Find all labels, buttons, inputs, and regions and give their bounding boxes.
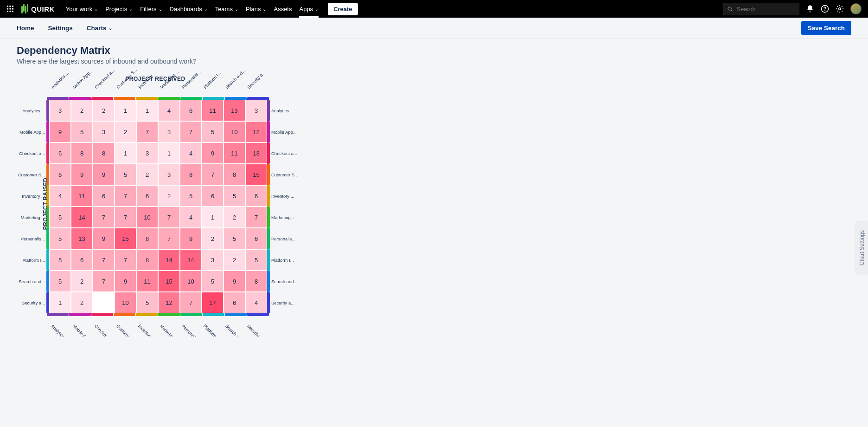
nav-item-plans[interactable]: Plans⌄: [246, 6, 267, 13]
secnav-settings[interactable]: Settings: [48, 25, 73, 32]
heatmap-cell[interactable]: 6: [49, 164, 71, 185]
heatmap-cell[interactable]: 8: [136, 249, 158, 271]
nav-item-apps[interactable]: Apps⌄: [299, 0, 319, 18]
heatmap-cell[interactable]: 1: [115, 100, 136, 121]
heatmap-cell[interactable]: 11: [223, 142, 245, 164]
heatmap-cell[interactable]: 12: [158, 292, 180, 313]
heatmap-cell[interactable]: 5: [202, 121, 223, 142]
heatmap-cell[interactable]: 14: [158, 249, 180, 271]
nav-item-assets[interactable]: Assets: [274, 6, 292, 13]
heatmap-cell[interactable]: 9: [71, 164, 93, 185]
heatmap-cell[interactable]: 5: [180, 185, 202, 207]
heatmap-cell[interactable]: 5: [223, 185, 245, 207]
heatmap-cell[interactable]: 7: [158, 207, 180, 228]
heatmap-cell[interactable]: 11: [71, 185, 93, 207]
avatar[interactable]: [850, 3, 862, 14]
heatmap-cell[interactable]: 9: [93, 228, 115, 249]
heatmap-cell[interactable]: 7: [202, 164, 223, 185]
heatmap-cell[interactable]: [93, 292, 115, 313]
heatmap-cell[interactable]: 15: [158, 271, 180, 292]
heatmap-cell[interactable]: 7: [93, 271, 115, 292]
heatmap-cell[interactable]: 15: [245, 164, 267, 185]
heatmap-cell[interactable]: 8: [136, 228, 158, 249]
gear-icon[interactable]: [836, 5, 844, 13]
heatmap-cell[interactable]: 7: [245, 207, 267, 228]
heatmap-cell[interactable]: 13: [245, 142, 267, 164]
heatmap-cell[interactable]: 10: [180, 271, 202, 292]
create-button[interactable]: Create: [328, 3, 357, 15]
heatmap-cell[interactable]: 8: [93, 142, 115, 164]
heatmap-cell[interactable]: 3: [158, 121, 180, 142]
heatmap-cell[interactable]: 2: [93, 100, 115, 121]
heatmap-cell[interactable]: 8: [71, 142, 93, 164]
heatmap-cell[interactable]: 13: [223, 100, 245, 121]
heatmap-cell[interactable]: 3: [136, 142, 158, 164]
heatmap-cell[interactable]: 8: [223, 164, 245, 185]
heatmap-cell[interactable]: 6: [180, 100, 202, 121]
heatmap-cell[interactable]: 15: [115, 228, 136, 249]
heatmap-cell[interactable]: 5: [136, 292, 158, 313]
heatmap-cell[interactable]: 2: [115, 121, 136, 142]
heatmap-cell[interactable]: 3: [202, 249, 223, 271]
heatmap-cell[interactable]: 12: [245, 121, 267, 142]
heatmap-cell[interactable]: 7: [115, 249, 136, 271]
heatmap-cell[interactable]: 11: [202, 100, 223, 121]
heatmap-cell[interactable]: 7: [93, 207, 115, 228]
heatmap-cell[interactable]: 7: [180, 292, 202, 313]
heatmap-cell[interactable]: 14: [71, 207, 93, 228]
heatmap-cell[interactable]: 1: [136, 100, 158, 121]
heatmap-cell[interactable]: 2: [223, 207, 245, 228]
heatmap-cell[interactable]: 5: [49, 228, 71, 249]
secnav-charts[interactable]: Charts ⌄: [87, 25, 112, 32]
heatmap-cell[interactable]: 17: [202, 292, 223, 313]
heatmap-cell[interactable]: 4: [180, 142, 202, 164]
heatmap-cell[interactable]: 5: [245, 249, 267, 271]
heatmap-cell[interactable]: 3: [49, 100, 71, 121]
secnav-home[interactable]: Home: [17, 25, 34, 32]
app-switcher-icon[interactable]: [6, 5, 14, 13]
heatmap-cell[interactable]: 6: [245, 185, 267, 207]
heatmap-cell[interactable]: 6: [202, 185, 223, 207]
nav-item-filters[interactable]: Filters⌄: [140, 6, 162, 13]
heatmap-cell[interactable]: 9: [223, 271, 245, 292]
heatmap-cell[interactable]: 11: [136, 271, 158, 292]
heatmap-cell[interactable]: 5: [71, 121, 93, 142]
heatmap-cell[interactable]: 7: [115, 207, 136, 228]
heatmap-cell[interactable]: 4: [245, 292, 267, 313]
heatmap-cell[interactable]: 1: [49, 292, 71, 313]
heatmap-cell[interactable]: 5: [223, 228, 245, 249]
heatmap-cell[interactable]: 7: [158, 228, 180, 249]
heatmap-cell[interactable]: 3: [93, 121, 115, 142]
heatmap-cell[interactable]: 6: [223, 292, 245, 313]
heatmap-cell[interactable]: 7: [93, 249, 115, 271]
heatmap-cell[interactable]: 13: [71, 228, 93, 249]
heatmap-cell[interactable]: 5: [202, 271, 223, 292]
heatmap-cell[interactable]: 14: [180, 249, 202, 271]
heatmap-cell[interactable]: 6: [93, 185, 115, 207]
heatmap-cell[interactable]: 1: [158, 142, 180, 164]
search-input[interactable]: [735, 5, 795, 13]
heatmap-cell[interactable]: 2: [158, 185, 180, 207]
heatmap-cell[interactable]: 5: [49, 271, 71, 292]
heatmap-cell[interactable]: 2: [202, 228, 223, 249]
heatmap-cell[interactable]: 5: [49, 249, 71, 271]
heatmap-cell[interactable]: 7: [115, 185, 136, 207]
heatmap-cell[interactable]: 1: [202, 207, 223, 228]
heatmap-cell[interactable]: 6: [245, 228, 267, 249]
heatmap-cell[interactable]: 6: [71, 249, 93, 271]
heatmap-cell[interactable]: 2: [223, 249, 245, 271]
nav-item-your-work[interactable]: Your work⌄: [66, 6, 98, 13]
heatmap-cell[interactable]: 8: [180, 164, 202, 185]
nav-item-teams[interactable]: Teams⌄: [215, 6, 238, 13]
heatmap-cell[interactable]: 9: [49, 121, 71, 142]
heatmap-cell[interactable]: 3: [158, 164, 180, 185]
heatmap-cell[interactable]: 9: [202, 142, 223, 164]
heatmap-cell[interactable]: 6: [136, 185, 158, 207]
heatmap-cell[interactable]: 5: [115, 164, 136, 185]
heatmap-cell[interactable]: 2: [136, 164, 158, 185]
nav-item-dashboards[interactable]: Dashboards⌄: [170, 6, 208, 13]
heatmap-cell[interactable]: 3: [245, 100, 267, 121]
heatmap-cell[interactable]: 4: [49, 185, 71, 207]
help-icon[interactable]: [821, 5, 829, 13]
heatmap-cell[interactable]: 10: [223, 121, 245, 142]
